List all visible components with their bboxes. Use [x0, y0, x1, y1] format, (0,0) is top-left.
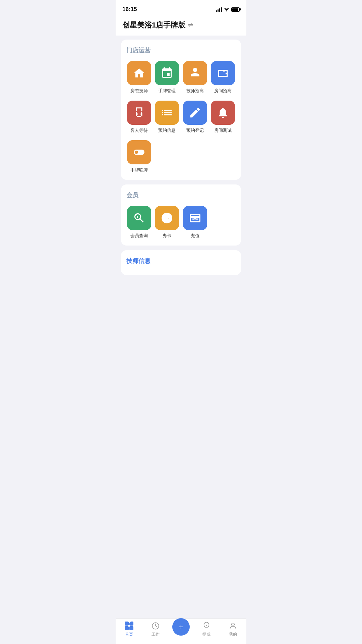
room-status-item[interactable]: 房态技师	[126, 61, 152, 94]
bottom-nav: 首页 工作 + ¥ 提成 我的	[116, 619, 246, 644]
badge-link-label: 手牌联牌	[130, 167, 148, 173]
card-apply-icon-box	[155, 206, 179, 230]
room-test-icon-box	[211, 101, 235, 125]
member-grid: 会员查询 办卡 ¥ 充值	[126, 206, 236, 239]
tech-reserve-label: 技师预离	[186, 88, 204, 94]
nav-mine-label: 我的	[229, 632, 237, 637]
status-icons	[216, 7, 240, 12]
header-title: 创星美浴1店手牌版	[122, 20, 185, 30]
status-bar: 16:15	[116, 0, 246, 17]
room-status-icon-box	[127, 61, 151, 85]
wifi-icon	[224, 7, 229, 12]
appt-info-item[interactable]: 预约信息	[155, 101, 180, 133]
nav-commission-label: 提成	[202, 632, 210, 637]
guest-wait-item[interactable]: 客人等待	[126, 101, 152, 133]
commission-icon: ¥	[202, 622, 211, 630]
home-nav-icon	[125, 622, 133, 630]
room-reserve-item[interactable]: 房间预离	[210, 61, 236, 94]
nav-home[interactable]: 首页	[119, 622, 139, 637]
svg-point-4	[232, 623, 235, 626]
nav-work[interactable]: 工作	[145, 622, 166, 637]
appt-register-item[interactable]: 预约登记	[182, 101, 208, 133]
badge-mgmt-label: 手牌管理	[158, 88, 176, 94]
card-apply-label: 办卡	[163, 233, 171, 239]
store-ops-grid: 房态技师 手牌管理 技师预离 房间预离	[126, 61, 236, 173]
nav-work-label: 工作	[152, 632, 160, 637]
store-ops-section: 门店运营 房态技师 手牌管理 技师预离	[121, 40, 241, 180]
nav-add-button[interactable]: +	[172, 618, 190, 636]
recharge-icon-box: ¥	[183, 206, 207, 230]
recharge-label: 充值	[191, 233, 199, 239]
appt-register-label: 预约登记	[186, 127, 204, 133]
nav-mine[interactable]: 我的	[223, 622, 243, 637]
tech-info-title: 技师信息	[126, 257, 236, 265]
card-apply-item[interactable]: 办卡	[155, 206, 180, 239]
appt-info-label: 预约信息	[158, 127, 176, 133]
signal-icon	[216, 7, 222, 12]
appt-register-icon-box	[183, 101, 207, 125]
room-test-item[interactable]: 房间测试	[210, 101, 236, 133]
badge-mgmt-item[interactable]: 手牌管理	[155, 61, 180, 94]
badge-mgmt-icon-box	[155, 61, 179, 85]
tech-info-section: 技师信息	[121, 250, 241, 275]
work-icon	[151, 622, 160, 630]
recharge-item[interactable]: ¥ 充值	[182, 206, 208, 239]
header: 创星美浴1店手牌版 ⇌	[116, 17, 246, 36]
member-query-icon-box	[127, 206, 151, 230]
member-section: 会员 会员查询 办卡 ¥ 充值	[121, 184, 241, 246]
badge-link-item[interactable]: 手牌联牌	[126, 140, 152, 173]
guest-wait-icon-box	[127, 101, 151, 125]
add-icon: +	[178, 622, 184, 632]
guest-wait-label: 客人等待	[130, 127, 148, 133]
switch-icon[interactable]: ⇌	[188, 21, 193, 29]
room-reserve-icon-box	[211, 61, 235, 85]
nav-commission[interactable]: ¥ 提成	[196, 622, 217, 637]
battery-icon	[231, 7, 240, 12]
main-content: 门店运营 房态技师 手牌管理 技师预离	[116, 36, 246, 305]
room-reserve-label: 房间预离	[214, 88, 232, 94]
appt-info-icon-box	[155, 101, 179, 125]
tech-reserve-item[interactable]: 技师预离	[182, 61, 208, 94]
member-query-item[interactable]: 会员查询	[126, 206, 152, 239]
store-ops-title: 门店运营	[126, 46, 236, 54]
mine-icon	[229, 622, 237, 630]
badge-link-icon-box	[127, 140, 151, 164]
nav-home-label: 首页	[125, 632, 133, 637]
status-time: 16:15	[122, 6, 137, 13]
svg-text:¥: ¥	[194, 216, 196, 221]
room-status-label: 房态技师	[130, 88, 148, 94]
member-title: 会员	[126, 191, 236, 199]
room-test-label: 房间测试	[214, 127, 232, 133]
member-query-label: 会员查询	[130, 233, 148, 239]
svg-text:¥: ¥	[205, 624, 207, 627]
tech-reserve-icon-box	[183, 61, 207, 85]
